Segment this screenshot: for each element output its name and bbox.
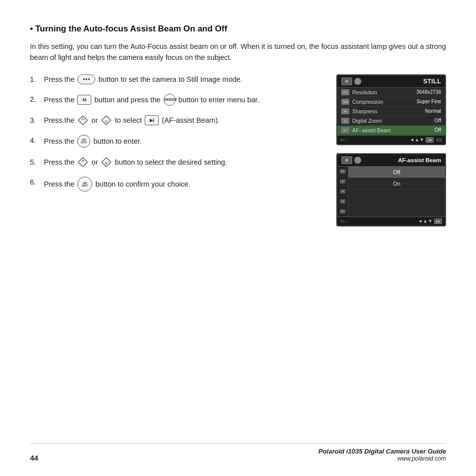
af-beam-value: Off (435, 127, 441, 133)
screen1-title: STILL (361, 78, 441, 85)
menu-icon-footer: M (340, 138, 344, 142)
digital-zoom-value: Off (435, 118, 441, 123)
svg-marker-0 (78, 116, 87, 125)
screen1-footer: M ⌂ ◄▲▼ ok 1/2 (337, 135, 445, 144)
screen1-row-digital-zoom: ⊞ Digital Zoom Off (337, 116, 445, 126)
screen2-header: AF-assist Beam (337, 154, 445, 167)
page-footer: 44 Polaroid i1035 Digital Camera User Gu… (30, 443, 446, 462)
title-section: • Turning the Auto-focus Assist Beam On … (30, 24, 446, 34)
digital-zoom-label: Digital Zoom (352, 118, 435, 124)
or-connector-5: or (91, 158, 98, 166)
svg-point-9 (346, 159, 348, 161)
sidebar-icon-3: ◆ (340, 189, 346, 194)
menu-icon-footer-2: M (340, 219, 344, 224)
home-icon-footer-2: ⌂ (345, 219, 347, 224)
svg-marker-1 (102, 116, 111, 125)
page-container: • Turning the Auto-focus Assist Beam On … (0, 0, 476, 476)
option-on: On (348, 178, 445, 190)
page-number: 44 (30, 454, 38, 462)
step-3-text: Press the or to select (44, 115, 321, 126)
screen2-af-beam: AF-assist Beam MP ■ ◆ ⊞ ▶ Off (336, 153, 446, 227)
sidebar-icon-2: ■ (340, 179, 346, 184)
screen2-settings-icon (354, 157, 361, 164)
ok-edit-button-icon-4: OK EDIT (77, 135, 90, 148)
or-connector-3: or (91, 116, 98, 124)
resolution-value: 3648x2736 (417, 89, 442, 95)
step-3-num: 3. (30, 115, 44, 126)
resolution-label: Resolution (352, 89, 417, 95)
step-2-text: Press the M button and press the OKEDIT … (44, 94, 321, 106)
page-title: • Turning the Auto-focus Assist Beam On … (30, 24, 227, 33)
ok-btn-screen1: ok (426, 137, 434, 143)
ok-btn-screen2: ok (434, 219, 442, 224)
step-6: 6. Press the OK EDIT button to confirm y… (30, 177, 321, 192)
af-beam-select-icon: ▶| (145, 115, 159, 125)
screens-column: STILL MP Resolution 3648x2736 ■■■ Compre… (336, 74, 446, 235)
step-5: 5. Press the or (30, 157, 321, 168)
compression-label: Compression (352, 99, 417, 105)
still-mode-button-icon: ●●● (77, 74, 95, 84)
content-columns: 1. Press the ●●● button to set the camer… (30, 74, 446, 235)
up-button-icon (77, 115, 88, 126)
sidebar-item-1: MP (337, 167, 348, 177)
nav-arrows-1: ◄▲▼ (410, 137, 425, 142)
footer-brand-text: Polaroid i1035 Digital Camera User Guide (318, 448, 446, 455)
ok-edit-button-icon-6: OK EDIT (77, 177, 92, 192)
step-1: 1. Press the ●●● button to set the camer… (30, 74, 321, 85)
step-2: 2. Press the M button and press the OKED… (30, 94, 321, 106)
ok-edit-button-icon-2: OKEDIT (164, 94, 176, 106)
screen2-cam-icon (341, 156, 352, 164)
screen1-cam-icon (341, 77, 352, 85)
af-beam-icon: ▶| (341, 127, 349, 133)
intro-paragraph: In this setting, you can turn the Auto-F… (30, 41, 446, 63)
screen2-title: AF-assist Beam (363, 157, 441, 163)
sidebar-icon-4: ⊞ (340, 199, 346, 204)
digital-zoom-icon: ⊞ (341, 118, 349, 124)
sidebar-item-2: ■ (337, 177, 348, 187)
screen1-still: STILL MP Resolution 3648x2736 ■■■ Compre… (336, 74, 446, 145)
down-button-icon-5 (101, 157, 112, 168)
step-2-num: 2. (30, 94, 44, 105)
step-5-text: Press the or button to s (44, 157, 321, 168)
option-off: Off (348, 167, 445, 178)
screen2-body: MP ■ ◆ ⊞ ▶ Off On (337, 167, 445, 217)
down-button-icon (101, 115, 112, 126)
screen2-sidebar: MP ■ ◆ ⊞ ▶ (337, 167, 348, 217)
screen2-options: Off On (348, 167, 445, 217)
screen1-row-af-beam: ▶| AF- assist Beam Off (337, 126, 445, 135)
nav-arrows-2: ◄▲▼ (418, 219, 433, 224)
resolution-icon: MP (341, 89, 349, 95)
step-4-num: 4. (30, 135, 44, 146)
screen1-row-resolution: MP Resolution 3648x2736 (337, 88, 445, 97)
screen1-row-compression: ■■■ Compression Super Fine (337, 97, 445, 107)
sharpness-value: Normal (425, 108, 441, 114)
step-6-text: Press the OK EDIT button to confirm your… (44, 177, 321, 192)
sidebar-icon-5: ▶ (340, 209, 346, 214)
compression-icon: ■■■ (341, 99, 349, 105)
step-1-text: Press the ●●● button to set the camera t… (44, 74, 321, 85)
svg-marker-3 (102, 158, 111, 167)
step-4-text: Press the OK EDIT button to enter. (44, 135, 321, 148)
compression-value: Super Fine (417, 99, 441, 104)
screen1-row-sharpness: ◆ Sharpness Normal (337, 107, 445, 116)
screen1-settings-icon (354, 78, 361, 85)
page-indicator: 1/2 (436, 137, 442, 142)
step-4: 4. Press the OK EDIT button to enter. (30, 135, 321, 148)
home-icon-footer: ⌂ (345, 138, 347, 142)
screen2-footer: M ⌂ ◄▲▼ ok (337, 217, 445, 226)
sidebar-item-5: ▶ (337, 207, 348, 217)
step-5-num: 5. (30, 157, 44, 168)
screen1-header: STILL (337, 75, 445, 88)
menu-button-icon: M (77, 95, 91, 105)
sharpness-icon: ◆ (341, 108, 349, 114)
sidebar-item-3: ◆ (337, 187, 348, 197)
footer-url: www.polaroid.com (318, 455, 446, 462)
up-button-icon-5 (77, 157, 88, 168)
sidebar-item-4: ⊞ (337, 197, 348, 207)
svg-point-6 (346, 80, 348, 82)
af-beam-label: AF- assist Beam (352, 127, 435, 133)
step-6-num: 6. (30, 177, 44, 188)
step-1-num: 1. (30, 74, 44, 85)
svg-marker-2 (78, 158, 87, 167)
sharpness-label: Sharpness (352, 108, 425, 114)
